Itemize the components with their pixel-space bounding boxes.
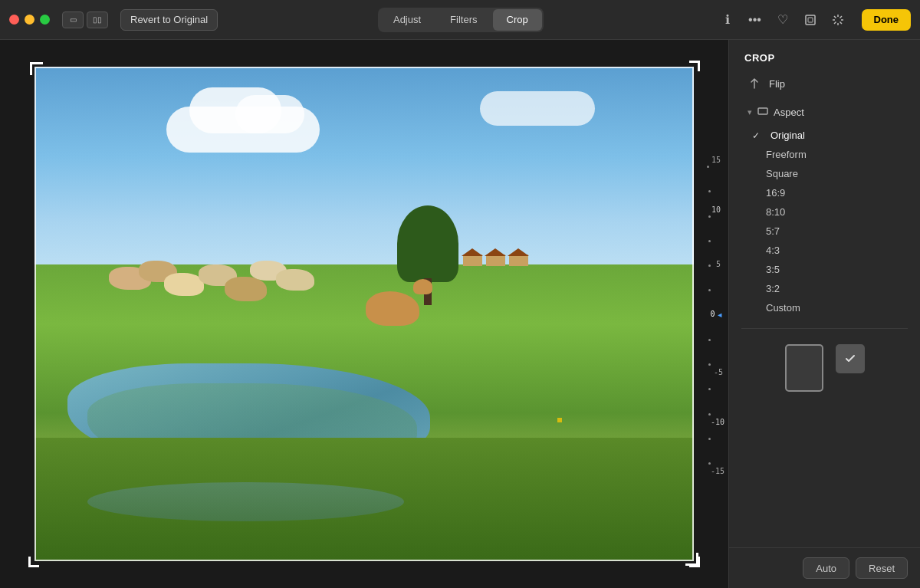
aspect-item-label: 3:5 (766, 264, 780, 275)
aspect-item-label: Custom (766, 302, 800, 314)
panel-divider (741, 328, 908, 329)
nav-tabs: Adjust Filters Crop (378, 8, 544, 32)
tab-crop[interactable]: Crop (493, 9, 542, 31)
aspect-item-label: 16:9 (766, 187, 785, 199)
svg-line-6 (834, 16, 836, 18)
favorite-icon[interactable]: ♡ (771, 8, 794, 31)
crop-corner-tr[interactable] (689, 61, 700, 71)
panel-title: CROP (729, 40, 920, 70)
ruler-label-minus5: -5 (714, 368, 723, 376)
aspect-item-square[interactable]: Square (729, 164, 920, 183)
window-controls: ▭ ▯▯ (62, 11, 108, 28)
water-bottom (87, 482, 404, 522)
aspect-item-16-9[interactable]: 16:9 (729, 183, 920, 202)
minimize-button[interactable] (25, 15, 34, 25)
ruler-dot (708, 462, 711, 465)
aspect-item-label: 3:2 (766, 283, 780, 294)
single-window-btn[interactable]: ▭ (62, 11, 84, 28)
aspect-item-label: 5:7 (766, 225, 780, 237)
close-button[interactable] (9, 15, 19, 25)
aspect-item-8-10[interactable]: 8:10 (729, 202, 920, 222)
ruler-label-10: 10 (711, 205, 721, 214)
aspect-item-3-2[interactable]: 3:2 (729, 279, 920, 298)
ruler-dot (708, 264, 711, 267)
aspect-item-label: 4:3 (766, 245, 780, 256)
auto-button[interactable]: Auto (803, 557, 849, 579)
toolbar-icons: ℹ ••• ♡ (716, 8, 849, 31)
magic-wand-icon[interactable] (826, 8, 849, 31)
aspect-item-original[interactable]: ✓ Original (729, 126, 920, 145)
flip-item[interactable]: Flip (732, 73, 917, 94)
crop-corner-bl[interactable] (28, 557, 39, 567)
svg-rect-0 (806, 15, 815, 25)
ruler-label-minus10: -10 (711, 418, 724, 426)
aspect-item-label: Square (766, 168, 798, 179)
svg-line-9 (834, 21, 836, 24)
yellow-dot (557, 418, 562, 422)
reset-button[interactable]: Reset (856, 557, 908, 579)
ruler-label-0: 0 ◂ (711, 308, 723, 320)
done-button[interactable]: Done (862, 9, 912, 31)
svg-line-7 (840, 21, 842, 24)
aspect-label: Aspect (774, 107, 804, 118)
aspect-item-label: Freeform (766, 149, 807, 160)
svg-rect-10 (758, 108, 767, 114)
ruler-dot (708, 363, 711, 366)
split-window-btn[interactable]: ▯▯ (87, 11, 108, 28)
flip-label: Flip (769, 78, 785, 90)
chevron-down-icon: ▾ (748, 107, 752, 117)
ruler-dot (708, 289, 711, 291)
flip-icon (748, 77, 761, 90)
aspect-item-custom[interactable]: Custom (729, 298, 920, 317)
crop-corner-br[interactable] (689, 557, 700, 567)
svg-rect-1 (808, 18, 813, 22)
cloud-1 (166, 107, 320, 153)
panel-footer: Auto Reset (729, 547, 920, 588)
ruler-dot (708, 240, 711, 242)
aspect-item-label: 8:10 (766, 206, 785, 218)
orientation-section (729, 335, 920, 401)
aspect-item-4-3[interactable]: 4:3 (729, 241, 920, 260)
flip-section: Flip (729, 70, 920, 97)
aspect-item-freeform[interactable]: Freeform (729, 145, 920, 164)
aspect-items-list: ✓ Original Freeform Square 16:9 8:10 (729, 124, 920, 319)
ruler-dot (708, 438, 711, 440)
ruler-label-15: 15 (711, 156, 721, 164)
aspect-item-label: Original (770, 130, 805, 141)
right-panel: CROP Flip ▾ Aspect (728, 40, 920, 588)
info-icon[interactable]: ℹ (716, 8, 739, 31)
ruler-dot (708, 215, 711, 218)
ruler-dot (708, 339, 711, 341)
tab-filters[interactable]: Filters (436, 9, 491, 31)
titlebar: ▭ ▯▯ Revert to Original Adjust Filters C… (0, 0, 920, 40)
ruler-label-5: 5 (716, 260, 721, 268)
ruler-label-minus15: -15 (711, 467, 724, 475)
maximize-button[interactable] (40, 15, 50, 25)
portrait-orientation-btn[interactable] (785, 344, 823, 392)
tab-adjust[interactable]: Adjust (380, 9, 435, 31)
aspect-icon (757, 105, 769, 120)
check-icon: ✓ (752, 130, 760, 141)
frame-icon[interactable] (799, 8, 822, 31)
svg-line-8 (840, 16, 842, 18)
revert-button[interactable]: Revert to Original (120, 9, 218, 31)
ruler-dot (708, 190, 711, 192)
orientation-check-btn[interactable] (836, 344, 865, 373)
photo-image (34, 67, 694, 561)
aspect-item-5-7[interactable]: 5:7 (729, 222, 920, 241)
photo-container: 15 10 5 0 ◂ -5 -10 -15 (34, 67, 694, 561)
cows-area (87, 255, 516, 378)
aspect-section: ▾ Aspect ✓ Original Freeform (729, 97, 920, 322)
ruler-dot (708, 413, 711, 416)
photo-area[interactable]: 15 10 5 0 ◂ -5 -10 -15 (0, 40, 728, 588)
aspect-header[interactable]: ▾ Aspect (732, 100, 917, 124)
aspect-item-3-5[interactable]: 3:5 (729, 260, 920, 279)
more-icon[interactable]: ••• (744, 8, 767, 31)
ruler-dot (708, 388, 711, 390)
cloud-2 (480, 91, 595, 126)
traffic-lights (9, 15, 50, 25)
main-content: 15 10 5 0 ◂ -5 -10 -15 CROP (0, 40, 920, 588)
ruler-dot (707, 166, 709, 168)
